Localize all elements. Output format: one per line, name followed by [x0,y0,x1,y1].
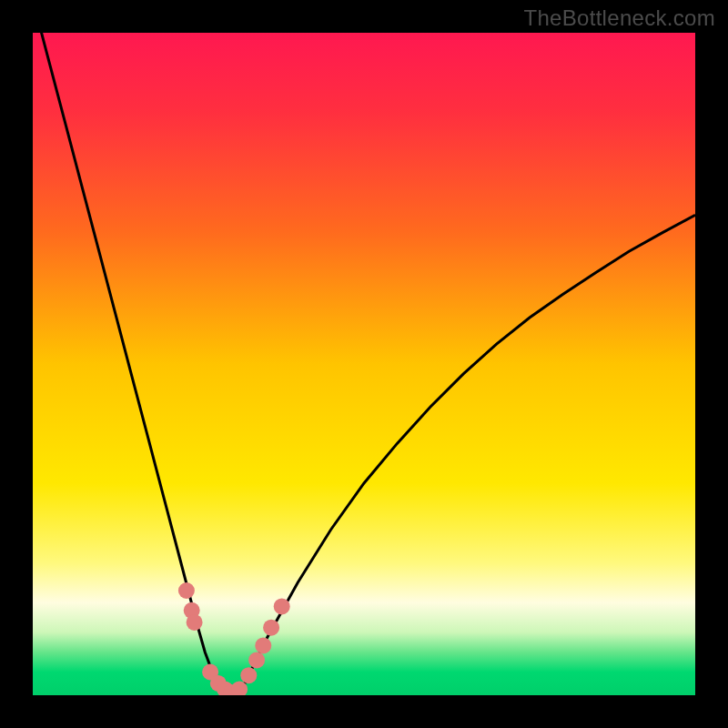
watermark-text: TheBottleneck.com [523,5,715,31]
gradient-background [33,33,695,695]
curve-marker [263,620,279,636]
plot-area [33,33,695,695]
curve-marker [187,614,203,631]
curve-marker [240,667,257,683]
curve-marker [255,637,271,653]
chart-frame: TheBottleneck.com [0,0,728,728]
curve-marker [178,582,195,599]
curve-marker [274,598,290,614]
bottleneck-chart [33,33,695,695]
curve-marker [248,652,265,668]
